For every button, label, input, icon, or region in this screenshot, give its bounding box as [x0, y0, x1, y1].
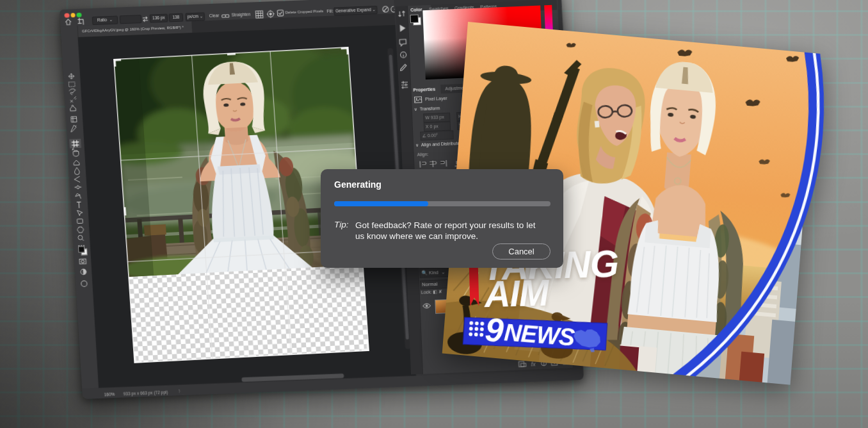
svg-text:NEWS: NEWS: [503, 318, 575, 350]
svg-text:9: 9: [484, 311, 505, 349]
